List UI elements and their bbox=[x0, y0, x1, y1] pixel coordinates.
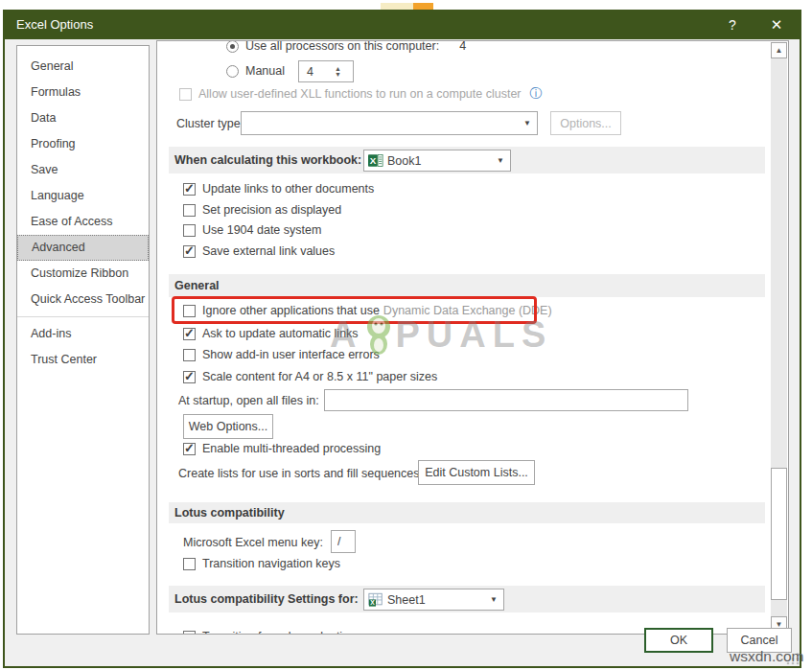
save-external-row: Save external link values bbox=[183, 241, 335, 262]
transition-nav-checkbox[interactable] bbox=[183, 558, 196, 570]
startup-label-row: At startup, open all files in: bbox=[178, 390, 319, 411]
custom-lists-label: Create lists for use in sorts and fill s… bbox=[178, 467, 423, 480]
close-icon[interactable]: ✕ bbox=[761, 10, 792, 39]
ask-update-checkbox[interactable] bbox=[183, 328, 196, 340]
transition-formula-checkbox[interactable] bbox=[183, 631, 196, 635]
svg-text:X: X bbox=[370, 155, 377, 166]
sheet-dropdown-value: Sheet1 bbox=[387, 593, 426, 607]
cluster-type-label: Cluster type: bbox=[176, 117, 244, 130]
svg-text:X: X bbox=[370, 599, 375, 606]
sidebar: General Formulas Data Proofing Save Lang… bbox=[16, 45, 150, 635]
sidebar-item-advanced[interactable]: Advanced bbox=[17, 235, 149, 261]
scale-content-checkbox[interactable] bbox=[183, 371, 196, 383]
ask-update-row: Ask to update automatic links bbox=[183, 323, 359, 344]
sheet-dropdown[interactable]: X Sheet1 ▼ bbox=[363, 589, 504, 611]
set-precision-label: Set precision as displayed bbox=[202, 203, 341, 217]
multithread-checkbox[interactable] bbox=[183, 443, 196, 455]
cluster-type-dropdown[interactable]: ▼ bbox=[241, 111, 538, 135]
screen: Excel Options ? ✕ General Formulas Data … bbox=[0, 0, 812, 670]
sidebar-item-language[interactable]: Language bbox=[17, 183, 149, 209]
set-precision-row: Set precision as displayed bbox=[183, 199, 341, 220]
menu-key-label: Microsoft Excel menu key: bbox=[183, 536, 323, 549]
ignore-dde-label: Ignore other applications that use bbox=[202, 304, 380, 317]
ignore-dde-row: Ignore other applications that use Dynam… bbox=[183, 300, 552, 321]
manual-processors-row: Manual bbox=[226, 60, 285, 81]
date-system-checkbox[interactable] bbox=[183, 224, 196, 237]
scrollbar-thumb[interactable] bbox=[771, 468, 787, 600]
excel-workbook-icon: X bbox=[368, 153, 383, 168]
dialog-title: Excel Options bbox=[3, 17, 93, 32]
save-external-checkbox[interactable] bbox=[183, 245, 196, 258]
web-options-button[interactable]: Web Options... bbox=[183, 414, 273, 439]
sidebar-item-save[interactable]: Save bbox=[17, 157, 149, 183]
processor-count-value: 4 bbox=[459, 40, 466, 53]
use-all-processors-label: Use all processors on this computer: bbox=[245, 40, 439, 53]
ignore-dde-label-muted: Dynamic Data Exchange (DDE) bbox=[383, 304, 552, 317]
update-links-row: Update links to other documents bbox=[183, 178, 374, 199]
scale-content-label: Scale content for A4 or 8.5 x 11" paper … bbox=[202, 370, 437, 383]
startup-label: At startup, open all files in: bbox=[178, 394, 319, 407]
chevron-down-icon: ▼ bbox=[523, 119, 531, 127]
manual-processors-stepper[interactable]: 4 ▲▼ bbox=[298, 60, 354, 82]
sidebar-item-add-ins[interactable]: Add-ins bbox=[17, 321, 149, 347]
sidebar-item-formulas[interactable]: Formulas bbox=[17, 80, 149, 105]
sidebar-divider bbox=[17, 316, 149, 317]
cluster-type-label-row: Cluster type: bbox=[176, 113, 244, 134]
sidebar-item-trust-center[interactable]: Trust Center bbox=[17, 347, 149, 373]
lotus-settings-label: Lotus compatibility Settings for: bbox=[174, 592, 359, 606]
vertical-scrollbar[interactable]: ▲ ▼ bbox=[771, 42, 787, 633]
stepper-value: 4 bbox=[299, 65, 335, 79]
custom-lists-label-row: Create lists for use in sorts and fill s… bbox=[178, 463, 423, 484]
update-links-checkbox[interactable] bbox=[183, 183, 196, 196]
cancel-button[interactable]: Cancel bbox=[727, 628, 792, 653]
general-band: General bbox=[169, 274, 765, 297]
xll-cluster-checkbox[interactable] bbox=[179, 88, 192, 101]
manual-label: Manual bbox=[245, 64, 285, 78]
sidebar-item-quick-access-toolbar[interactable]: Quick Access Toolbar bbox=[17, 287, 149, 312]
update-links-label: Update links to other documents bbox=[202, 182, 374, 196]
xll-cluster-row: Allow user-defined XLL functions to run … bbox=[179, 83, 543, 104]
cluster-options-button[interactable]: Options... bbox=[550, 111, 621, 135]
sidebar-item-proofing[interactable]: Proofing bbox=[17, 131, 149, 157]
transition-nav-row: Transition navigation keys bbox=[183, 553, 340, 574]
advanced-options-panel: Use all processors on this computer: 4 M… bbox=[156, 40, 789, 635]
sidebar-item-ease-of-access[interactable]: Ease of Access bbox=[17, 209, 149, 235]
addin-errors-row: Show add-in user interface errors bbox=[183, 344, 380, 365]
lotus-band-label: Lotus compatibility bbox=[174, 506, 285, 520]
edit-custom-lists-button[interactable]: Edit Custom Lists... bbox=[418, 460, 535, 485]
ignore-dde-checkbox[interactable] bbox=[183, 305, 196, 317]
use-all-processors-row: Use all processors on this computer: 4 bbox=[226, 40, 466, 57]
workbook-dropdown[interactable]: X Book1 ▼ bbox=[363, 150, 511, 172]
multithread-row: Enable multi-threaded processing bbox=[183, 438, 381, 459]
ok-button[interactable]: OK bbox=[644, 628, 713, 653]
sidebar-item-customize-ribbon[interactable]: Customize Ribbon bbox=[17, 261, 149, 287]
ask-update-label: Ask to update automatic links bbox=[202, 327, 359, 340]
startup-folder-input[interactable] bbox=[324, 389, 688, 411]
manual-radio[interactable] bbox=[226, 65, 239, 78]
when-calculating-label: When calculating this workbook: bbox=[174, 153, 361, 167]
resize-grip[interactable] bbox=[786, 652, 800, 665]
transition-formula-row: Transition formula evaluation bbox=[183, 626, 356, 635]
scroll-up-icon[interactable]: ▲ bbox=[771, 42, 787, 58]
stepper-down-icon[interactable]: ▼ bbox=[335, 72, 341, 78]
multithread-label: Enable multi-threaded processing bbox=[202, 442, 381, 455]
menu-key-label-row: Microsoft Excel menu key: bbox=[183, 532, 323, 553]
set-precision-checkbox[interactable] bbox=[183, 204, 196, 217]
menu-key-input[interactable] bbox=[331, 530, 356, 553]
titlebar[interactable]: Excel Options ? ✕ bbox=[3, 10, 801, 39]
workbook-dropdown-value: Book1 bbox=[387, 154, 421, 168]
sidebar-item-data[interactable]: Data bbox=[17, 105, 149, 131]
excel-options-dialog: Excel Options ? ✕ General Formulas Data … bbox=[3, 10, 801, 668]
transition-nav-label: Transition navigation keys bbox=[202, 557, 340, 570]
sidebar-item-general[interactable]: General bbox=[17, 54, 149, 80]
use-all-processors-radio[interactable] bbox=[226, 40, 239, 53]
general-band-label: General bbox=[174, 279, 220, 292]
date-system-row: Use 1904 date system bbox=[183, 219, 321, 241]
chevron-down-icon: ▼ bbox=[490, 595, 498, 604]
lotus-band: Lotus compatibility bbox=[169, 502, 765, 523]
save-external-label: Save external link values bbox=[202, 244, 335, 258]
help-button[interactable]: ? bbox=[717, 10, 748, 39]
addin-errors-checkbox[interactable] bbox=[183, 349, 196, 361]
addin-errors-label: Show add-in user interface errors bbox=[202, 348, 380, 361]
excel-sheet-icon: X bbox=[368, 592, 383, 607]
